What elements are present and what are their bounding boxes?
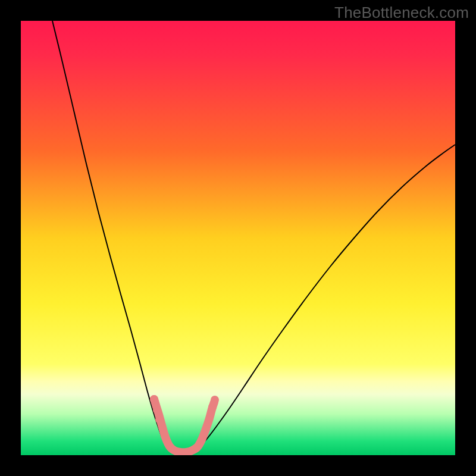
marker-dot [150,395,158,403]
plot-area [21,21,455,455]
marker-dot [153,406,161,414]
marker-dot [208,403,217,411]
watermark-text: TheBottleneck.com [334,4,469,22]
chart-frame: TheBottleneck.com [0,0,476,476]
marker-dot [155,415,164,424]
gradient-background [21,21,455,455]
marker-dot [211,396,219,404]
chart-svg [21,21,455,455]
